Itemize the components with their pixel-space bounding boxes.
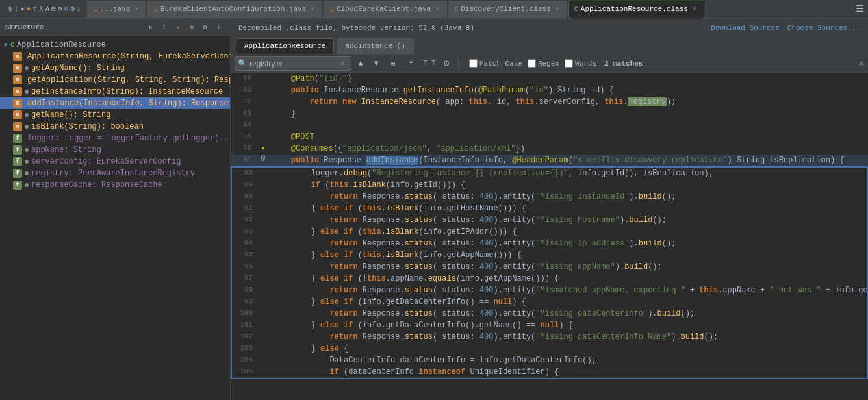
tree-item-0[interactable]: m ApplicationResource(String, EurekaServ… [0,51,230,62]
tree-item-9[interactable]: f serverConfig: EurekaServerConfig [0,156,230,168]
line-num-90: 90 [232,191,258,200]
java-icon: ☕ [93,5,97,14]
match-count: 2 matches [604,60,643,68]
code-line-93: 93 } else if (this.isBlank(info.getIPAdd… [232,226,867,238]
regex-label: Regex [538,60,559,68]
tree-root[interactable]: ▼ C ApplicationResource [0,39,230,51]
line-content-98: return Response.status( status: 400).ent… [271,284,868,296]
code-area[interactable]: 80 @Path("{id}") 81 public InstanceResou… [231,73,868,400]
line-content-100: return Response.status( status: 400).ent… [271,308,867,319]
search-find-all-btn[interactable]: ⊞ [385,57,401,70]
match-case-label: Match Case [479,60,522,68]
search-prev-btn[interactable]: ▲ [354,57,367,70]
line-num-86: 86 [231,143,257,152]
code-line-90: 90 return Response.status( status: 400).… [232,191,867,203]
sort2-btn[interactable]: ↕ [159,21,170,33]
search-input[interactable] [249,59,340,68]
regex-input[interactable] [528,59,536,68]
tab-java-close[interactable]: × [133,5,140,13]
method-icon-3: m [13,87,22,96]
tree-item-label-1: getAppName(): String [31,64,125,73]
code-line-100: 100 return Response.status( status: 400)… [232,308,867,319]
tree-item-11[interactable]: f responseCache: ResponseCache [0,179,230,191]
code-tab-app-resource[interactable]: ApplicationResource [236,38,334,54]
line-num-99: 99 [232,296,258,305]
settings-icon: ⚙ [70,5,75,13]
field-icon-11: f [13,181,22,190]
line-num-97: 97 [232,273,258,282]
code-line-82: 82 return new InstanceResource( app: thi… [231,96,868,108]
tab-eureka-autocfg-close[interactable]: × [309,5,316,13]
line-num-85: 85 [231,131,257,140]
tab-cloud-eureka-close[interactable]: × [433,5,441,13]
tab-app-resource-close[interactable]: × [691,5,698,13]
tree-item-2[interactable]: m getApplication(String, String, String)… [0,74,230,86]
tab-discovery-label: DiscoveryClient.class [461,5,551,13]
tree-item-10[interactable]: f registry: PeerAwareInstanceRegistry [0,168,230,179]
tree-item-label-2: getApplication(String, String, String): … [27,75,230,84]
search-close-btn[interactable]: ✕ [859,58,864,69]
lambda-icon: λ [39,5,44,13]
decompiled-links: Download Sources Choose Sources... [711,24,860,32]
code-line-105: 105 if (dataCenterInfo instanceof Unique… [232,366,867,378]
search-highlight-btn[interactable]: T T [422,57,437,70]
settings2-btn[interactable]: ⚙ [199,21,211,33]
match-case-input[interactable] [469,59,478,68]
field-icon-8: f [13,145,22,155]
download-sources-link[interactable]: Download Sources [711,24,780,32]
panel-toggle-icon[interactable]: ☰ [856,3,864,14]
code-tab-add-instance[interactable]: addInstance () [337,38,413,54]
tab-discovery-client[interactable]: C DiscoveryClient.class × [448,1,567,18]
line-num-105: 105 [232,366,258,375]
line-content-94: return Response.status( status: 400).ent… [271,238,867,249]
line-content-86: @Consumes({"application/json", "applicat… [270,143,868,155]
line-num-96: 96 [232,261,258,270]
search-settings-btn[interactable]: ⚙ [440,57,453,70]
expand-icon: ⊕ [58,5,62,13]
line-num-87: 87 [231,155,257,164]
arrow-icon: ↓ [77,5,81,13]
words-input[interactable] [565,59,573,68]
sort-alpha-icon: ↕ [14,5,19,13]
tab-eureka-autocfg[interactable]: ☕ EurekaClientAutoConfiguration.java × [147,1,322,18]
line-num-100: 100 [232,308,258,317]
tree-item-3[interactable]: m getInstanceInfo(String): InstanceResou… [0,86,230,97]
tab-cloud-eureka[interactable]: ☕ CloudEurekaClient.java × [324,1,447,18]
tree-item-7[interactable]: f logger: Logger = LoggerFactory.getLogg… [0,132,230,144]
arrow2-btn[interactable]: ↓ [213,21,225,33]
line-content-104: DataCenterInfo dataCenterInfo = info.get… [271,355,867,366]
code-line-92: 92 return Response.status( status: 400).… [232,214,867,226]
search-next-btn[interactable]: ▼ [370,57,383,70]
line-content-92: return Response.status( status: 400).ent… [271,214,867,226]
match-case-checkbox[interactable]: Match Case [469,59,522,68]
line-num-103: 103 [232,343,258,352]
line-num-91: 91 [232,203,258,212]
code-line-95: 95 } else if (this.isBlank(info.getAppNa… [232,249,867,261]
line-content-82: return new InstanceResource( app: this, … [270,96,868,108]
choose-sources-link[interactable]: Choose Sources... [787,24,860,32]
search-clear-btn[interactable]: ✕ [340,59,345,68]
tree-item-4[interactable]: m addInstance(InstanceInfo, String): Res… [0,97,230,109]
line-content-91: } else if (this.isBlank(info.getHostName… [271,203,867,214]
search-options-btn[interactable]: ≡ [403,57,419,70]
line-num-98: 98 [232,284,258,294]
expand-all-btn[interactable]: ⊕ [186,21,198,33]
tree-item-label-6: isBlank(String): boolean [31,122,144,131]
tree-item-6[interactable]: m isBlank(String): boolean [0,121,230,132]
tab-app-resource[interactable]: C ApplicationResource.class × [568,1,704,18]
tab-discovery-close[interactable]: × [554,5,561,13]
dot-icon-9 [25,160,29,164]
group-btn[interactable]: ✦ [172,21,184,33]
words-checkbox[interactable]: Words [565,59,596,68]
f-icon: f [32,5,37,13]
sort-btn[interactable]: ⇅ [145,21,157,33]
line-num-101: 101 [232,319,258,329]
tree-item-label-5: getName(): String [31,110,110,119]
tree-item-8[interactable]: f appName: String [0,144,230,156]
tree-item-1[interactable]: m getAppName(): String [0,62,230,74]
tab-java[interactable]: ☕ ...java × [87,1,146,18]
dot-icon-11 [25,183,29,187]
line-num-88: 88 [232,168,258,177]
tree-item-5[interactable]: m getName(): String [0,109,230,121]
regex-checkbox[interactable]: Regex [528,59,559,68]
